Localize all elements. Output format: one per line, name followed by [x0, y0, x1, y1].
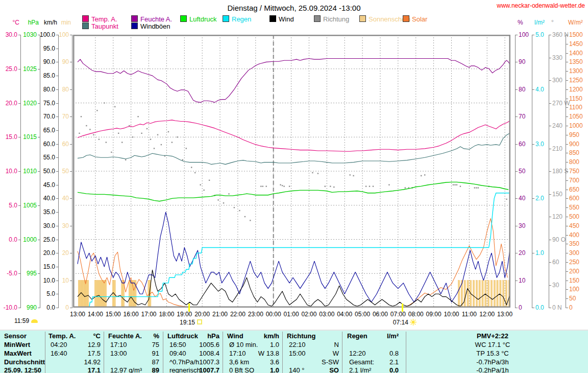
- solar-axis-tick-label: 800: [569, 159, 579, 165]
- pressure-axis-tick: [38, 137, 40, 137]
- table-cell-value: 91: [108, 349, 159, 358]
- table-pmv-line: PMV+2:22: [408, 332, 577, 340]
- solar-axis-tick: [566, 198, 568, 199]
- temp-axis-tick-label: 15.0: [6, 134, 17, 140]
- solar-axis-tick-label: 1050: [569, 113, 583, 120]
- humidity-axis-tick-label: 60: [519, 141, 525, 147]
- wind-axis-tick: [56, 157, 58, 158]
- humidity-axis-tick: [516, 198, 518, 199]
- pressure-axis-tick: [38, 171, 40, 172]
- solar-axis-tick: [566, 162, 568, 162]
- humidity-axis-tick-label: 30: [519, 223, 525, 229]
- solar-axis-tick: [566, 308, 568, 308]
- humidity-axis-tick: [516, 171, 518, 172]
- pressure-axis-tick: [38, 308, 40, 308]
- table-pmv-line: -0.2hPa/1h: [408, 366, 577, 373]
- temp-axis-tick: [18, 308, 20, 308]
- legend-item-wind: Wind: [270, 15, 294, 21]
- wind-axis-tick: [56, 198, 58, 199]
- series-temp-a-: [78, 120, 510, 151]
- wind-axis-tick-label: 30.0: [43, 223, 55, 229]
- solar-axis-tick: [566, 253, 568, 253]
- sunshine-axis-tick: [70, 281, 72, 281]
- direction-axis-tick: [549, 80, 551, 81]
- legend-swatch: [131, 22, 138, 29]
- wind-axis-tick: [56, 212, 58, 213]
- direction-axis-tick-label: 330: [552, 55, 562, 61]
- x-tick-label: 13:00: [494, 311, 516, 318]
- solar-axis-tick: [566, 80, 568, 81]
- humidity-axis-tick: [516, 281, 518, 281]
- temp-axis-tick-label: 25.0: [6, 66, 17, 72]
- wind-axis-tick: [56, 294, 58, 294]
- pressure-axis-tick-label: 995: [27, 270, 37, 276]
- solar-axis-tick: [566, 53, 568, 54]
- sunset-marker: 19:15: [180, 319, 202, 326]
- wind-axis-tick: [56, 226, 58, 226]
- temp-axis-tick: [18, 35, 20, 35]
- wind-axis-tick: [56, 62, 58, 62]
- legend-label: Feuchte A.: [140, 15, 172, 23]
- temp-axis-tick-label: -10.0: [4, 305, 17, 311]
- legend-item-feuchte-a-: Feuchte A.: [131, 15, 172, 21]
- sunshine-axis-tick: [70, 308, 72, 308]
- humidity-axis-tick-label: 20: [519, 250, 525, 256]
- humidity-axis-tick: [516, 62, 518, 62]
- solar-axis-tick: [566, 107, 568, 108]
- solar-axis-tick-label: 1350: [569, 59, 583, 65]
- wind-axis-tick: [56, 308, 58, 308]
- sunshine-axis-tick: [70, 226, 72, 226]
- sunshine-axis-tick: [70, 198, 72, 199]
- sunshine-axis-tick-label: 90: [62, 59, 69, 65]
- direction-axis-tick: [549, 194, 551, 195]
- humidity-axis-tick-label: 10: [519, 277, 525, 284]
- humidity-axis-tick: [516, 308, 518, 308]
- pressure-axis-tick-label: 990: [27, 305, 37, 311]
- solar-axis-tick-label: 850: [569, 150, 579, 156]
- table-cell-value: 3.6: [227, 358, 279, 366]
- table-row-label: Durchschnitt: [4, 358, 45, 366]
- rain-axis-title: l/m²: [534, 19, 545, 26]
- solar-axis-tick-label: 450: [569, 223, 579, 229]
- sun-event-tick: [402, 304, 403, 312]
- temp-axis-line: [20, 35, 21, 308]
- pressure-axis-line: [40, 35, 40, 308]
- solar-axis-tick: [566, 235, 568, 236]
- temp-axis-tick: [18, 240, 20, 240]
- legend-swatch: [270, 15, 276, 22]
- table-cell-value: 14.92: [48, 358, 101, 366]
- pressure-axis-tick-label: 1015: [23, 134, 37, 140]
- direction-axis-tick-label: 210: [552, 146, 562, 152]
- table-cell-value: 1008.4: [167, 349, 219, 358]
- sunshine-axis-tick-label: 100: [59, 32, 69, 38]
- wind-axis-tick: [56, 116, 58, 117]
- pressure-axis-tick-label: 1010: [23, 168, 37, 174]
- wind-axis-tick-label: 35.0: [43, 209, 55, 215]
- table-cell-value: W: [287, 349, 339, 358]
- temp-axis-tick: [18, 171, 20, 172]
- weather-dashboard: Dienstag / Mittwoch, 25.09.2024 -13:00 w…: [0, 0, 588, 373]
- pressure-axis-tick-label: 1000: [23, 237, 37, 243]
- solar-axis-tick-label: 0: [569, 305, 573, 311]
- legend-swatch: [314, 15, 321, 22]
- solar-axis-tick-label: 550: [569, 204, 579, 211]
- solar-axis-tick-label: 900: [569, 141, 579, 147]
- table-column-separator: [282, 332, 283, 373]
- temp-axis-tick: [18, 69, 20, 69]
- solar-axis-tick-label: 400: [569, 232, 579, 238]
- table-cell-value: W 13.8: [227, 349, 279, 358]
- direction-axis-tick-label: 90 O: [552, 237, 566, 243]
- solar-axis-tick: [566, 116, 568, 117]
- wind-axis-tick-label: 5.0: [46, 291, 55, 297]
- solar-axis-tick-label: 1100: [569, 104, 582, 110]
- legend-swatch: [82, 15, 89, 22]
- humidity-axis-tick-label: 90: [519, 59, 525, 65]
- direction-axis-tick-label: 150: [552, 191, 562, 197]
- pressure-axis-tick-label: 1005: [23, 202, 37, 208]
- website-link[interactable]: www.neckar-odenwald-wetter.de: [497, 2, 585, 9]
- solar-axis-tick: [566, 289, 568, 290]
- table-cell-value: 17.1: [48, 366, 101, 373]
- table-col-unit: l/m²: [347, 332, 399, 340]
- series-richtung: [79, 102, 507, 221]
- series-feuchte-a-: [78, 59, 510, 103]
